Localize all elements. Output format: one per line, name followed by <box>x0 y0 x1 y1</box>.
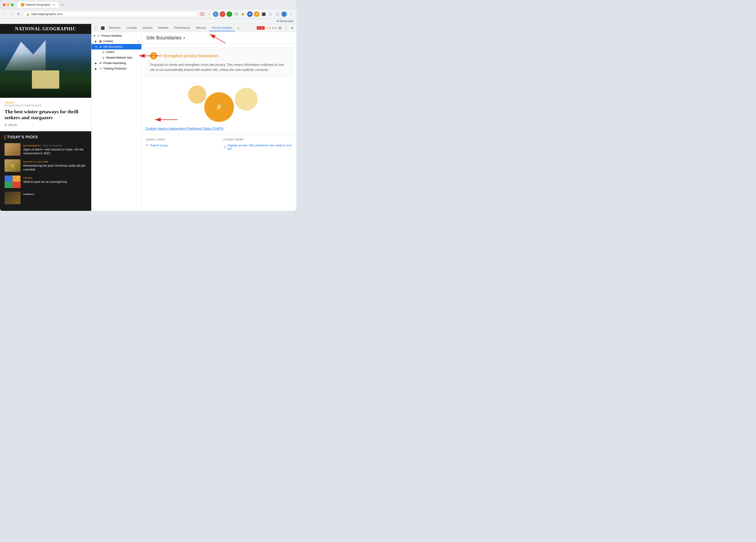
reload-button[interactable]: ↻ <box>16 11 21 17</box>
info-card-header: ⊞ Strengthen privacy boundaries <box>150 52 288 59</box>
pick-title: Remembering the year Christmas really di… <box>23 164 87 172</box>
pick-badge: 2023 IN REVIEW <box>43 145 62 147</box>
info-card-icon: ⊞ <box>150 52 157 59</box>
error-badge: ✕ 27 <box>257 26 264 30</box>
tree-item-cookies[interactable]: ▶ 🍪 Cookies ⊞ <box>91 39 141 44</box>
url-text: nationalgeographic.com <box>31 12 62 16</box>
chips-link-container: Cookies Having Independent Partitioned S… <box>145 126 293 131</box>
circle-small-left <box>188 85 206 104</box>
tree-item-related-website-sets[interactable]: ⊙ Related Website Sets <box>91 55 141 60</box>
tab-memory[interactable]: Memory <box>193 25 209 31</box>
article-tag: TRAVEL <box>5 101 87 104</box>
thumb-q4 <box>13 182 21 188</box>
pick-thumbnail <box>5 192 21 204</box>
no-tracking-icon[interactable]: 🚫 <box>199 11 205 17</box>
minimize-button[interactable] <box>7 3 10 6</box>
bottom-section: QUICK LINKS Report a bug LATEST NEWS Dig… <box>142 134 296 156</box>
tree-label: Cookies <box>103 40 113 43</box>
tree-arrow: ▶ <box>95 62 98 65</box>
extension-icon-3[interactable]: 🛡 <box>233 11 239 17</box>
devtools-right-icons: ✕ 27 ⚠ 32 ℹ 74 ⚙ ⋮ ✕ <box>257 25 295 31</box>
tree-item-privacy-sandbox[interactable]: ▼ ⬡ Privacy Sandbox <box>91 33 141 39</box>
settings-icon[interactable]: ⚙ <box>277 25 282 31</box>
pick-thumbnail: 🔒 <box>5 159 21 172</box>
info-icon: ℹ <box>272 26 273 29</box>
pick-thumbnail <box>5 176 21 188</box>
list-item[interactable]: ENVIRONMENT 2023 IN REVIEW Signs of alar… <box>5 143 87 156</box>
article-subtitle: ADVENTURES EVERYWHERE <box>5 104 87 107</box>
device-icon[interactable]: ⬛ <box>99 25 106 31</box>
thumb-q3 <box>5 182 13 188</box>
account-icon[interactable]: 👤 <box>281 11 287 17</box>
chips-link[interactable]: Cookies Having Independent Partitioned S… <box>145 127 223 130</box>
tab-privacy-sandbox[interactable]: Privacy Sandbox <box>209 25 235 31</box>
browser-window: National Geographic ✕ + ← → ↻ 🔒 national… <box>0 0 296 211</box>
cookie-icon: 🍪 <box>99 39 102 43</box>
bookmark-icon[interactable]: ☆ <box>206 11 212 17</box>
devtools-menu-icon[interactable]: ⋮ <box>283 25 289 31</box>
back-button[interactable]: ← <box>3 11 8 17</box>
tree-item-site-boundaries[interactable]: ▼ ⊞ Site Boundaries <box>91 44 141 49</box>
list-item[interactable]: 🔒 HISTORY & CULTURE Remembering the year… <box>5 159 87 172</box>
forward-button[interactable]: → <box>10 11 15 17</box>
profile-icon[interactable]: G <box>213 11 218 17</box>
tab-console[interactable]: Console <box>124 25 139 31</box>
thumb-q1 <box>5 176 13 182</box>
extension-icon-4[interactable]: 🔐 <box>240 11 246 17</box>
tree-item-tracking-protection[interactable]: ▶ 🛡 Tracking Protection <box>91 66 141 71</box>
list-item[interactable]: ANIMALS <box>5 192 87 204</box>
tab-performance[interactable]: Performance <box>172 25 193 31</box>
close-devtools-icon[interactable]: ✕ <box>290 25 295 31</box>
extension-icon-2[interactable]: ✓ <box>227 11 232 17</box>
error-count: 27 <box>261 27 263 29</box>
natgeo-header: National Geographic <box>0 24 91 34</box>
related-sets-icon: ⊙ <box>101 56 105 59</box>
pick-tag: ENVIRONMENT <box>23 145 41 147</box>
tab-bar: National Geographic ✕ + <box>17 2 294 8</box>
read-link[interactable]: ☰ READ <box>5 124 87 127</box>
expand-icon: ⊞ <box>137 40 140 43</box>
new-tab-button[interactable]: + <box>59 3 65 7</box>
latest-news-link[interactable]: Digiday survey: Why publishers are ready… <box>224 144 292 150</box>
tree-arrow: ▼ <box>95 46 98 48</box>
report-bug-link[interactable]: Report a bug <box>146 144 215 147</box>
cursor-icon[interactable]: ⬚ <box>93 25 99 31</box>
chevron-down-icon[interactable]: ▾ <box>183 36 185 40</box>
warn-count: 32 <box>269 27 271 29</box>
traffic-lights <box>3 3 14 6</box>
tree-item-private-advertising[interactable]: ▶ ✉ Private Advertising <box>91 60 141 66</box>
read-label: READ <box>9 124 17 127</box>
error-icon: ✕ <box>258 26 260 29</box>
tree-label: Private Advertising <box>103 62 126 65</box>
icon-symbol: ⊞ <box>152 54 155 58</box>
circle-main: # <box>204 92 234 122</box>
page-title: Site Boundaries <box>146 35 181 41</box>
devtools-panel: ⬚ ⬛ Elements Console Sources Network Per… <box>91 24 296 211</box>
info-badge: ℹ 74 <box>272 26 277 29</box>
extension-icon-1[interactable]: O <box>220 11 225 17</box>
tab-sources[interactable]: Sources <box>140 25 155 31</box>
pick-thumbnail <box>5 143 21 156</box>
tab-favicon <box>21 3 24 6</box>
menu-icon[interactable]: ⋮ <box>288 11 294 17</box>
tab-network[interactable]: Network <box>156 25 171 31</box>
extension-icon-6[interactable]: ★ <box>254 11 259 17</box>
close-button[interactable] <box>3 3 5 6</box>
picks-title: TODAY'S PICKS <box>7 135 38 139</box>
maximize-button[interactable] <box>11 3 14 6</box>
list-item[interactable]: TRAVEL What to pack for an overnight tri… <box>5 176 87 188</box>
latest-news-col: LATEST NEWS Digiday survey: Why publishe… <box>224 138 292 152</box>
tab-close-icon[interactable]: ✕ <box>53 3 55 6</box>
tree-panel: ▼ ⬡ Privacy Sandbox ▶ 🍪 Cookies ⊞ ▼ ⊞ <box>91 32 142 211</box>
extensions-icon[interactable]: ⬜ <box>274 11 280 17</box>
cast-icon[interactable]: ⬛ <box>261 11 266 17</box>
extension-icon-5[interactable]: 94 <box>247 11 253 17</box>
more-tabs-button[interactable]: » <box>236 25 241 31</box>
tree-item-chips[interactable]: ⊙ CHIPS <box>91 49 141 55</box>
picks-bar-accent <box>5 135 5 139</box>
url-box[interactable]: 🔒 nationalgeographic.com <box>23 11 197 17</box>
chrome-icon[interactable]: G <box>268 11 273 17</box>
tab-elements[interactable]: Elements <box>106 25 123 31</box>
browser-tab[interactable]: National Geographic ✕ <box>17 2 58 8</box>
pick-content: TRAVEL What to pack for an overnight tri… <box>23 176 67 184</box>
